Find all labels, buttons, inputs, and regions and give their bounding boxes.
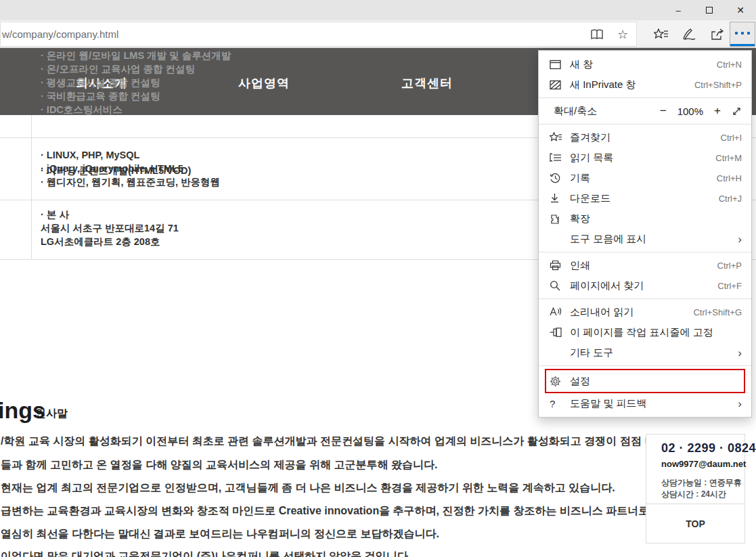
reading-list-icon xyxy=(550,153,570,163)
menu-item-label: 즐겨찾기 xyxy=(570,131,721,144)
menu-item-more-tools[interactable]: 기타 도구 › xyxy=(539,342,751,363)
menu-item-settings[interactable]: 설정 xyxy=(546,370,744,392)
contact-days: 상담가능일 : 연중무휴 xyxy=(661,477,744,489)
zoom-in-button[interactable]: + xyxy=(714,104,721,118)
find-icon xyxy=(550,280,570,291)
reading-view-icon[interactable] xyxy=(589,26,605,43)
menu-shortcut: Ctrl+P xyxy=(717,261,742,271)
favorites-icon xyxy=(550,132,570,143)
history-icon xyxy=(550,173,570,183)
fullscreen-icon[interactable] xyxy=(732,106,742,116)
list-item: · 온라인 웹/모바일 LMS 개발 및 솔루션개발 xyxy=(41,49,231,62)
pin-icon xyxy=(550,328,570,337)
favorite-star-icon[interactable]: ☆ xyxy=(615,26,631,43)
list-item: · 본 사 xyxy=(41,208,179,221)
menu-divider xyxy=(539,365,751,366)
list-item: · 평생교육시설 종합 컨설팅 xyxy=(41,76,231,89)
menu-item-show-in-toolbar[interactable]: 도구 모음에 표시 › xyxy=(539,229,751,249)
print-icon xyxy=(550,260,570,271)
submenu-chevron-icon: › xyxy=(738,398,742,409)
browser-toolbar: w/company/company.html ☆ xyxy=(0,20,756,48)
menu-shortcut: Ctrl+Shift+G xyxy=(693,307,742,317)
menu-shortcut: Ctrl+I xyxy=(721,133,742,143)
list-item: 서울시 서초구 반포대로14길 71 xyxy=(41,221,179,235)
tech-list: · LINUX, PHP, MySQL · jQuery, jQuerymobi… xyxy=(41,148,220,189)
menu-shortcut: Ctrl+N xyxy=(717,60,742,70)
menu-item-downloads[interactable]: 다운로드 Ctrl+J xyxy=(539,188,751,208)
more-icon xyxy=(735,32,750,35)
submenu-chevron-icon: › xyxy=(738,233,742,245)
greeting-paragraph: 이었다면 많은 대기업과 교육전문기업이 (주)나우컴퍼니를 선택하지 않았을 … xyxy=(1,550,411,557)
menu-item-label: 인쇄 xyxy=(570,259,717,272)
menu-item-extensions[interactable]: 확장 xyxy=(539,208,751,229)
menu-item-label: 도구 모음에 표시 xyxy=(550,233,738,246)
menu-item-new-inprivate-window[interactable]: 새 InPrivate 창 Ctrl+Shift+P xyxy=(539,74,751,95)
contact-email: now9977@daum.net xyxy=(661,459,744,469)
menu-item-zoom: 확대/축소 − 100% + xyxy=(539,101,751,121)
settings-icon xyxy=(550,376,570,387)
list-item: · 웹디자인, 웹기획, 웹표준코딩, 반응형웹 xyxy=(41,175,220,189)
ink-pen-icon[interactable] xyxy=(676,22,702,47)
menu-item-favorites[interactable]: 즐겨찾기 Ctrl+I xyxy=(539,127,751,148)
menu-item-label: 읽기 목록 xyxy=(570,152,715,164)
maximize-icon xyxy=(706,7,713,14)
list-item: · 온/오프라인 교육사업 종합 컨설팅 xyxy=(41,62,231,76)
downloads-icon xyxy=(550,193,570,204)
greeting-heading-ko: 인사말 xyxy=(35,407,68,421)
menu-item-read-aloud[interactable]: 소리내어 읽기 Ctrl+Shift+G xyxy=(539,302,751,322)
menu-divider xyxy=(539,298,751,299)
menu-item-label: 도움말 및 피드백 xyxy=(570,397,738,410)
active-indicator xyxy=(730,44,755,46)
menu-item-label: 기타 도구 xyxy=(550,347,738,359)
list-item: LG서초에클라트 2층 208호 xyxy=(41,235,179,248)
menu-item-label: 새 창 xyxy=(570,58,717,71)
menu-item-reading-list[interactable]: 읽기 목록 Ctrl+M xyxy=(539,148,751,168)
nav-item-customer[interactable]: 고객센터 xyxy=(401,75,453,91)
quick-contact-panel: 02 · 2299 · 0824 now9977@daum.net 상담가능일 … xyxy=(646,434,745,543)
window-titlebar: – ✕ xyxy=(0,0,756,20)
menu-item-history[interactable]: 기록 Ctrl+H xyxy=(539,168,751,188)
menu-item-label: 이 페이지를 작업 표시줄에 고정 xyxy=(570,326,742,339)
menu-shortcut: Ctrl+M xyxy=(715,153,742,163)
maximize-button[interactable] xyxy=(694,0,725,20)
zoom-out-button[interactable]: − xyxy=(660,104,667,118)
menu-item-pin-to-taskbar[interactable]: 이 페이지를 작업 표시줄에 고정 xyxy=(539,322,751,342)
new-window-icon xyxy=(550,60,570,70)
menu-item-print[interactable]: 인쇄 Ctrl+P xyxy=(539,255,751,275)
scroll-top-button[interactable]: TOP xyxy=(646,504,744,543)
inprivate-window-icon xyxy=(550,80,570,90)
menu-shortcut: Ctrl+Shift+P xyxy=(694,80,742,90)
greeting-paragraph: /학원 교육 시장의 활성화되기 이전부터 최초로 관련 솔루션개발과 전문컨설… xyxy=(1,435,655,448)
list-item: · 국비환급교육 종합 컨설팅 xyxy=(41,89,231,103)
menu-item-help-feedback[interactable]: ? 도움말 및 피드백 › xyxy=(539,393,751,414)
favorites-bar-button[interactable] xyxy=(648,22,674,47)
minimize-button[interactable]: – xyxy=(663,0,694,20)
zoom-label: 확대/축소 xyxy=(554,105,660,118)
menu-divider xyxy=(539,97,751,98)
address-bar[interactable]: w/company/company.html ☆ xyxy=(0,22,637,47)
menu-divider xyxy=(539,252,751,252)
greeting-paragraph: 열심히 최선을 다한다는 말대신 결과로 보여드리는 나우컴퍼니의 정신으로 보… xyxy=(1,527,439,541)
contact-hours: 상담시간 : 24시간 xyxy=(661,489,744,500)
browser-more-menu: 새 창 Ctrl+N 새 InPrivate 창 Ctrl+Shift+P 확대… xyxy=(538,50,752,418)
extensions-icon xyxy=(550,213,570,224)
settings-highlight-box: 설정 xyxy=(545,369,745,393)
contact-phone: 02 · 2299 · 0824 xyxy=(661,441,744,455)
list-item: · jQuery, jQuerymobile, HTML5 xyxy=(41,162,220,175)
share-icon[interactable] xyxy=(705,22,730,47)
service-list-occluded: · 온라인 웹/모바일 LMS 개발 및 솔루션개발 · 온/오프라인 교육사업… xyxy=(41,49,231,116)
greeting-paragraph: 현재는 업계 최고의 전문기업으로 인정받으며, 고객님들께 좀 더 나은 비즈… xyxy=(1,481,615,495)
menu-item-label: 소리내어 읽기 xyxy=(570,306,693,319)
menu-item-find-on-page[interactable]: 페이지에서 찾기 Ctrl+F xyxy=(539,275,751,296)
menu-shortcut: Ctrl+F xyxy=(717,281,742,291)
close-button[interactable]: ✕ xyxy=(725,0,756,20)
url-text: w/company/company.html xyxy=(1,28,118,40)
nav-item-business[interactable]: 사업영역 xyxy=(238,75,290,91)
menu-shortcut: Ctrl+H xyxy=(717,173,742,183)
address-block: · 본 사 서울시 서초구 반포대로14길 71 LG서초에클라트 2층 208… xyxy=(41,208,179,248)
menu-shortcut: Ctrl+J xyxy=(719,194,742,204)
more-button[interactable] xyxy=(730,22,755,47)
greeting-paragraph: 급변하는 교육환경과 교육시장의 변화와 창조적 마인드로 Creative i… xyxy=(1,504,660,518)
menu-item-label: 새 InPrivate 창 xyxy=(570,79,694,91)
menu-item-new-window[interactable]: 새 창 Ctrl+N xyxy=(539,54,751,74)
